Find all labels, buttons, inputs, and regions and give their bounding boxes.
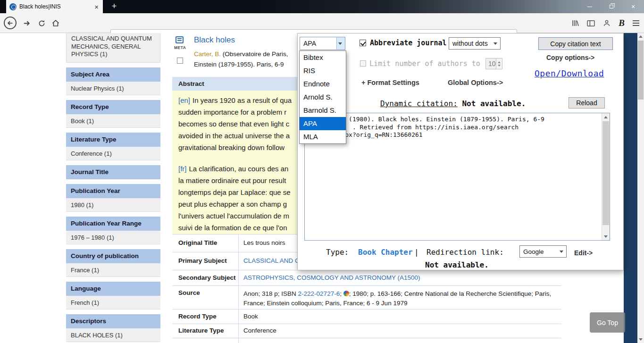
row-value: Book	[238, 310, 561, 324]
redirection-status: Not available.	[425, 260, 489, 269]
tab-close-icon[interactable]: ×	[93, 3, 100, 10]
textarea-scrollbar[interactable]	[602, 113, 610, 240]
result-select-checkbox[interactable]	[177, 58, 183, 64]
primary-subject-link[interactable]: CLASSICAL AND Q	[243, 257, 300, 264]
facet-value-partial[interactable]: CLASSICAL AND QUANTUM MECHANICS, GENERAL…	[66, 33, 160, 63]
global-options-link[interactable]: Global Options->	[448, 79, 503, 86]
abstract-text: La clarification, au cours des an	[189, 165, 289, 173]
isbn-link[interactable]: 2-222-02727-6	[298, 290, 340, 297]
facet-header-language: Language	[66, 282, 160, 296]
secondary-subject-link[interactable]: ASTROPHYSICS, COSMOLOGY AND ASTRONOMY (A…	[243, 274, 420, 281]
number-spinner[interactable]	[496, 59, 502, 69]
forward-button[interactable]	[20, 17, 33, 30]
separator: |	[414, 248, 419, 257]
dropdown-option-bibtex[interactable]: Bibtex	[300, 51, 346, 64]
dropdown-option-arnold[interactable]: Arnold S.	[300, 91, 346, 104]
dots-style-select[interactable]: without dots	[449, 37, 501, 50]
go-top-button[interactable]: Go Top	[590, 312, 625, 333]
facet-value-france[interactable]: France (1)	[66, 263, 160, 277]
abstract-fr-tag-link[interactable]: [fr]	[178, 165, 187, 173]
chevron-down-icon	[493, 42, 497, 45]
dropdown-option-mla[interactable]: MLA	[300, 130, 346, 143]
facet-header-record-type: Record Type	[66, 100, 160, 114]
menu-hamburger-icon[interactable]	[633, 20, 639, 26]
scrollbar-thumb[interactable]	[602, 121, 609, 225]
tab-title: Black holes|INIS	[19, 3, 91, 10]
result-title-link[interactable]: Black holes	[194, 35, 235, 45]
row-label: Country of publication	[172, 338, 238, 343]
format-select-value: APA	[303, 40, 316, 47]
facet-header-descriptors: Descriptors	[66, 314, 160, 328]
redirection-select[interactable]: Google	[519, 245, 567, 258]
window-controls: ×	[579, 0, 644, 13]
type-value-link[interactable]: Book Chapter	[358, 248, 413, 257]
dropdown-option-endnote[interactable]: Endnote	[300, 77, 346, 91]
citation-popup: APA Bibtex RIS Endnote Arnold S. Barnold…	[297, 33, 624, 270]
scrollbar-thumb[interactable]	[638, 41, 644, 100]
browser-tab[interactable]: Black holes|INIS ×	[6, 0, 103, 13]
row-label: Literature Type	[172, 324, 238, 338]
facet-value-nuclear-physics[interactable]: Nuclear Physics (1)	[66, 82, 160, 95]
citation-format-select[interactable]: APA	[300, 37, 345, 50]
facet-value-book[interactable]: Book (1)	[66, 114, 160, 128]
facet-header-publication-year: Publication Year	[66, 184, 160, 198]
table-row: Record Type Book	[172, 309, 561, 324]
facet-value-french[interactable]: French (1)	[66, 296, 160, 310]
abbreviate-journal-label: Abbreviate journal	[370, 39, 447, 47]
facet-value-conference[interactable]: Conference (1)	[66, 147, 160, 160]
meta-icon	[176, 36, 184, 43]
facet-value-1976-1980[interactable]: 1976 – 1980 (1)	[66, 231, 160, 244]
scroll-down-arrow[interactable]	[602, 233, 610, 240]
account-icon[interactable]	[603, 19, 611, 27]
scroll-up-arrow[interactable]	[602, 113, 610, 121]
navigation-toolbar: https://inis.iaea.org/search/search.aspx…	[0, 13, 644, 33]
restore-button[interactable]	[601, 0, 622, 13]
facet-value-1980[interactable]: 1980 (1)	[66, 198, 160, 212]
citation-line: Carter, B. (1980). Black holes. Einstein…	[308, 116, 600, 124]
dots-select-value: without dots	[452, 40, 488, 47]
row-label: Secondary Subject	[172, 270, 238, 285]
type-label: Type:	[326, 248, 349, 257]
facet-value-black-holes[interactable]: BLACK HOLES (1)	[66, 328, 160, 342]
dropdown-option-apa[interactable]: APA	[300, 117, 346, 130]
open-download-link[interactable]: Open/Download	[535, 68, 604, 78]
titlebar: Black holes|INIS × + ×	[0, 0, 644, 13]
dropdown-option-barnold[interactable]: Barnold S.	[300, 104, 346, 117]
dropdown-option-ris[interactable]: RIS	[300, 64, 346, 77]
abbreviate-journal-checkbox[interactable]	[360, 40, 366, 46]
limit-authors-input[interactable]: 10	[485, 58, 502, 69]
copy-citation-button[interactable]: Copy citation text	[538, 37, 613, 50]
meta-badge: META	[174, 45, 186, 50]
scroll-down-arrow[interactable]	[637, 336, 644, 343]
dynamic-citation-status: Not available.	[458, 99, 526, 108]
close-button[interactable]: ×	[622, 0, 644, 13]
sidebars-icon[interactable]	[587, 20, 595, 27]
refresh-button[interactable]	[35, 17, 48, 30]
page-content: CLASSICAL AND QUANTUM MECHANICS, GENERAL…	[0, 33, 644, 343]
author-link[interactable]: Carter, B.	[194, 50, 221, 58]
bibitnow-extension-icon[interactable]: B	[619, 18, 625, 28]
redirection-select-value: Google	[523, 248, 544, 255]
reload-button[interactable]: Reload	[569, 97, 605, 109]
chevron-down-icon	[560, 251, 563, 253]
table-row: Source Anon; 318 p; ISBN 2-222-02727-6; …	[172, 285, 561, 309]
limit-authors-checkbox[interactable]	[360, 60, 366, 67]
worldcat-icon[interactable]	[343, 291, 349, 296]
page-scrollbar[interactable]	[637, 33, 644, 343]
chevron-down-icon	[338, 42, 342, 45]
row-value: Conference	[238, 324, 561, 338]
copy-options-link[interactable]: Copy options->	[546, 54, 594, 61]
abstract-en-tag-link[interactable]: [en]	[178, 96, 190, 104]
facet-header-subject-area: Subject Area	[66, 67, 160, 82]
new-tab-button[interactable]: +	[108, 1, 120, 12]
back-button[interactable]	[4, 17, 17, 29]
home-button[interactable]	[49, 17, 62, 30]
result-subtitle: Einstein (1879-1955). Paris, 6-9	[194, 61, 284, 68]
edit-link[interactable]: Edit->	[574, 249, 593, 257]
library-icon[interactable]	[571, 19, 579, 27]
scroll-up-arrow[interactable]	[637, 33, 644, 40]
minimize-button[interactable]	[579, 0, 601, 13]
citation-line: . Retrieved from https://inis.iaea.org/s…	[308, 124, 600, 132]
format-settings-link[interactable]: + Format Settings	[361, 79, 419, 86]
citation-textarea[interactable]: Carter, B. (1980). Black holes. Einstein…	[304, 113, 610, 241]
